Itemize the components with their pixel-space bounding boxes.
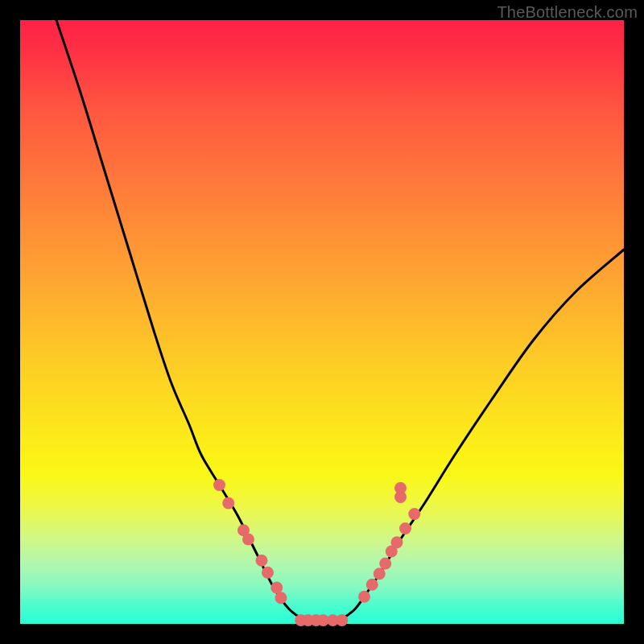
series-left-curve <box>56 20 304 621</box>
data-marker <box>262 567 274 579</box>
chart-markers <box>213 479 420 626</box>
data-marker <box>242 534 254 546</box>
data-marker <box>336 614 348 626</box>
data-marker <box>366 579 378 591</box>
data-marker <box>222 497 234 510</box>
watermark-label: TheBottleneck.com <box>497 3 638 22</box>
data-marker <box>394 482 407 494</box>
data-marker <box>408 508 420 520</box>
data-marker <box>391 536 403 548</box>
data-marker <box>256 555 268 567</box>
chart-lines <box>56 20 624 621</box>
data-marker <box>379 558 391 570</box>
data-marker <box>213 479 225 491</box>
data-marker <box>275 592 287 604</box>
chart-svg <box>20 20 624 624</box>
data-marker <box>358 591 370 603</box>
data-marker <box>399 522 411 535</box>
data-marker <box>374 568 386 580</box>
